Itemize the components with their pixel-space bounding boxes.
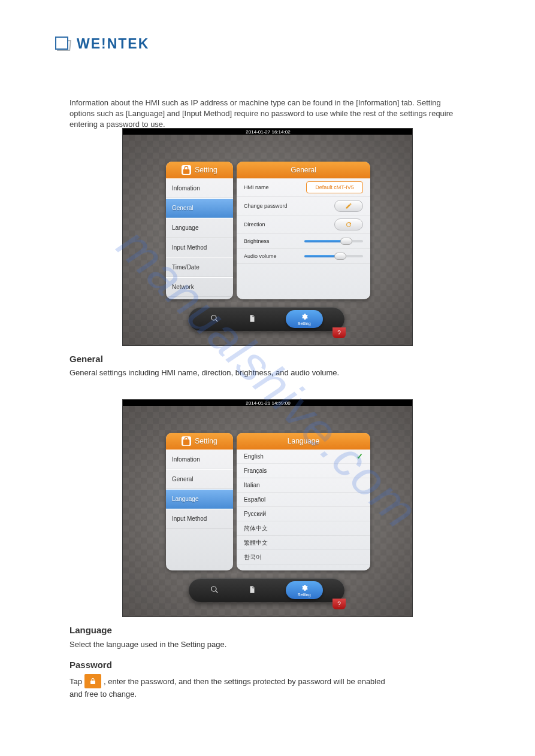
sidebar-item-infomation[interactable]: Infomation [166, 450, 233, 469]
brightness-label: Brightness [244, 238, 270, 244]
sidebar: Setting Infomation General Language Inpu… [166, 162, 233, 299]
main-panel-title: General [237, 162, 370, 178]
sidebar-header: Setting [166, 433, 233, 450]
main-panel: General HMI name Default cMT-IV5 Change … [237, 162, 370, 299]
section-text-general: General settings including HMI name, dir… [69, 368, 339, 377]
setting-button[interactable]: Setting [286, 581, 323, 599]
section-text-password-line-2: and free to change. [69, 690, 137, 699]
section-text-language: Select the language used in the Setting … [69, 640, 226, 649]
intro-paragraph: Information about the HMI such as IP add… [69, 98, 465, 130]
section-text-password-line-1: Tap , enter the password, and then the s… [69, 674, 385, 688]
screenshot-language: 2014-01-21 14:59:00 Setting Infomation G… [122, 399, 413, 617]
sidebar-item-input-method[interactable]: Input Method [166, 509, 233, 529]
help-icon[interactable]: ? [333, 599, 346, 609]
sidebar-item-general[interactable]: General [166, 198, 233, 218]
setting-button[interactable]: Setting [286, 310, 323, 328]
setting-button-label: Setting [298, 321, 311, 326]
lock-open-icon[interactable] [182, 436, 191, 446]
brightness-slider[interactable] [304, 237, 363, 245]
sidebar-title: Setting [195, 166, 217, 174]
change-password-label: Change password [244, 203, 288, 209]
language-option-simplified-chinese[interactable]: 简体中文 [237, 521, 370, 536]
bottom-toolbar: Setting ? [189, 578, 344, 602]
screenshot-general: 2014-01-27 16:14:02 Setting Infomation G… [122, 128, 413, 346]
sidebar-item-infomation[interactable]: Infomation [166, 178, 233, 198]
language-option-english[interactable]: English✓ [237, 450, 370, 464]
sidebar: Setting Infomation General Language Inpu… [166, 433, 233, 570]
sidebar-item-network[interactable]: Network [166, 277, 233, 297]
hmi-name-field[interactable]: Default cMT-IV5 [306, 181, 363, 193]
bottom-toolbar: Setting ? [189, 307, 344, 331]
gear-icon [301, 313, 308, 321]
direction-label: Direction [244, 221, 265, 227]
rotate-icon [345, 221, 352, 228]
sidebar-item-time-date[interactable]: Time/Date [166, 257, 233, 277]
section-heading-password: Password [69, 660, 112, 670]
search-icon[interactable] [210, 314, 219, 324]
document-icon[interactable] [248, 585, 256, 596]
pencil-icon [345, 202, 352, 210]
sidebar-item-input-method[interactable]: Input Method [166, 238, 233, 257]
search-icon[interactable] [210, 585, 219, 596]
inline-lock-icon [84, 674, 101, 688]
audio-volume-slider[interactable] [304, 252, 363, 260]
document-icon[interactable] [248, 314, 256, 324]
sidebar-title: Setting [195, 437, 217, 445]
logo-icon [55, 37, 73, 52]
language-option-francais[interactable]: Français [237, 464, 370, 478]
language-option-traditional-chinese[interactable]: 繁體中文 [237, 536, 370, 550]
language-option-italian[interactable]: Italian [237, 478, 370, 493]
audio-volume-label: Audio volume [244, 253, 277, 259]
setting-button-label: Setting [298, 593, 311, 597]
language-option-russian[interactable]: Русский [237, 507, 370, 521]
language-option-korean[interactable]: 한국어 [237, 550, 370, 564]
main-panel-title: Language [237, 433, 370, 450]
hmi-name-label: HMI name [244, 184, 269, 190]
sidebar-header: Setting [166, 162, 233, 178]
brand-logo: WE!NTEK [55, 36, 149, 52]
section-heading-general: General [69, 354, 103, 364]
help-icon[interactable]: ? [333, 327, 346, 338]
main-panel: Language English✓ Français Italian Españ… [237, 433, 370, 570]
direction-button[interactable] [334, 218, 363, 230]
check-icon: ✓ [356, 452, 363, 461]
change-password-button[interactable] [334, 200, 363, 212]
gear-icon [301, 584, 308, 593]
sidebar-item-general[interactable]: General [166, 469, 233, 489]
section-heading-language: Language [69, 625, 112, 635]
sidebar-item-language[interactable]: Language [166, 489, 233, 509]
logo-text: WE!NTEK [77, 36, 149, 52]
sidebar-item-language[interactable]: Language [166, 218, 233, 238]
lock-closed-icon[interactable] [182, 165, 191, 175]
language-option-espanol[interactable]: Español [237, 493, 370, 507]
